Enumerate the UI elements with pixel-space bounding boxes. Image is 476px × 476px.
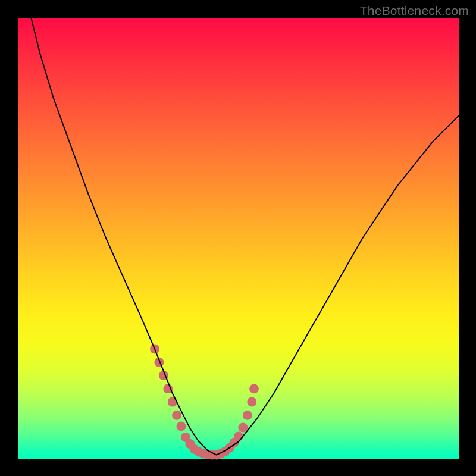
marker-layer: [150, 345, 259, 460]
curve-marker: [247, 397, 256, 407]
chart-svg: [18, 18, 459, 459]
curve-marker: [238, 423, 248, 433]
curve-marker: [243, 411, 252, 420]
curve-marker: [234, 431, 243, 441]
curve-marker: [163, 384, 173, 393]
curve-marker: [172, 411, 181, 420]
plot-area: [18, 18, 459, 459]
curve-marker: [249, 384, 259, 393]
bottleneck-curve: [31, 18, 459, 455]
chart-frame: TheBottleneck.com: [0, 0, 476, 476]
curve-marker: [177, 421, 186, 431]
watermark-text: TheBottleneck.com: [360, 4, 469, 18]
